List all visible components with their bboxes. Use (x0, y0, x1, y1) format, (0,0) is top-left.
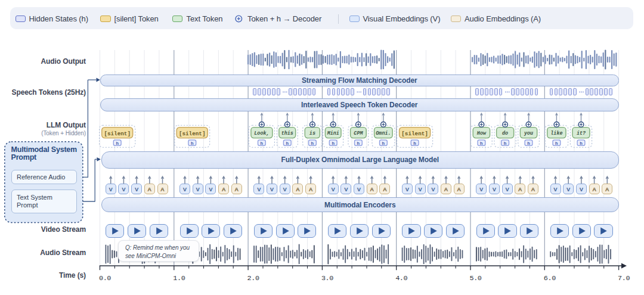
svg-text:h: h (580, 141, 583, 146)
svg-text:h: h (286, 141, 289, 146)
svg-text:[silent]: [silent] (104, 131, 131, 137)
svg-text:h: h (311, 141, 314, 146)
svg-text:h: h (527, 141, 530, 146)
svg-text:like: like (550, 131, 562, 136)
svg-text:How: How (477, 131, 487, 136)
svg-text:h: h (555, 141, 558, 146)
svg-text:CPM: CPM (354, 131, 363, 136)
svg-text:h: h (261, 141, 264, 146)
svg-text:you: you (524, 131, 533, 136)
svg-text:h: h (480, 141, 483, 146)
svg-text:Omni.: Omni. (376, 131, 391, 136)
svg-text:h: h (357, 141, 360, 146)
svg-text:it?: it? (577, 131, 586, 136)
svg-text:do: do (502, 131, 508, 136)
svg-text:h: h (332, 141, 335, 146)
svg-text:h: h (382, 141, 385, 146)
svg-text:[silent]: [silent] (401, 131, 428, 137)
svg-text:is: is (309, 131, 315, 136)
svg-text:h: h (116, 141, 119, 146)
svg-text:h: h (191, 141, 194, 146)
svg-text:h: h (504, 141, 507, 146)
svg-text:Mini: Mini (327, 131, 339, 136)
svg-text:Look,: Look, (254, 131, 269, 136)
svg-text:h: h (413, 141, 416, 146)
svg-text:this: this (281, 131, 293, 136)
svg-text:[silent]: [silent] (179, 131, 206, 137)
